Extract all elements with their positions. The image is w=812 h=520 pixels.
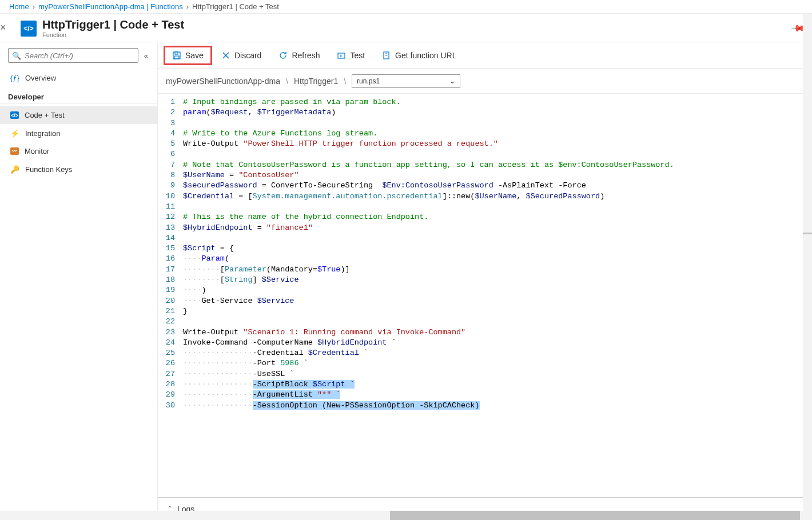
svg-rect-1 xyxy=(175,52,178,54)
path-segment-function: HttpTrigger1 xyxy=(294,77,338,86)
page-title: HttpTrigger1 | Code + Test xyxy=(42,18,184,31)
search-input[interactable]: 🔍 xyxy=(8,48,138,63)
breadcrumb: Home › myPowerShellFunctionApp-dma | Fun… xyxy=(0,0,812,14)
sidebar-item-label: Code + Test xyxy=(25,111,65,119)
sidebar-item-code-test[interactable]: </> Code + Test xyxy=(0,106,157,124)
svg-rect-2 xyxy=(174,56,179,59)
discard-button[interactable]: Discard xyxy=(213,46,269,65)
toolbar-label: Save xyxy=(185,51,204,60)
refresh-icon xyxy=(278,51,288,60)
main-panel: Save Discard Refresh Test Get function U… xyxy=(158,42,812,520)
test-button[interactable]: Test xyxy=(329,46,373,65)
sidebar-item-label: Function Keys xyxy=(25,165,72,174)
link-icon xyxy=(382,51,391,60)
line-number-gutter: 1234567891011121314151617181920212223242… xyxy=(158,97,183,497)
chevron-right-icon: › xyxy=(33,2,35,11)
key-icon: 🔑 xyxy=(10,165,19,174)
save-button[interactable]: Save xyxy=(164,46,212,65)
search-field[interactable] xyxy=(25,51,134,60)
sidebar-item-function-keys[interactable]: 🔑 Function Keys xyxy=(0,160,157,178)
overview-icon: {ƒ} xyxy=(10,73,19,82)
breadcrumb-current: HttpTrigger1 | Code + Test xyxy=(192,2,279,11)
sidebar: 🔍 « {ƒ} Overview Developer </> Code + Te… xyxy=(0,42,158,520)
close-icon[interactable]: × xyxy=(0,22,10,34)
path-segment-app: myPowerShellFunctionApp-dma xyxy=(166,77,280,86)
get-function-url-button[interactable]: Get function URL xyxy=(374,46,464,65)
lightning-icon: ⚡ xyxy=(10,129,19,138)
path-separator: \ xyxy=(286,77,288,86)
search-icon: 🔍 xyxy=(12,51,21,60)
sidebar-item-monitor[interactable]: 〰 Monitor xyxy=(0,142,157,160)
sidebar-item-label: Overview xyxy=(25,74,56,82)
refresh-button[interactable]: Refresh xyxy=(270,46,328,65)
vertical-scrollbar[interactable] xyxy=(803,14,812,511)
toolbar-label: Discard xyxy=(234,51,261,60)
sidebar-item-overview[interactable]: {ƒ} Overview xyxy=(0,69,157,87)
page-header: × </> HttpTrigger1 | Code + Test Functio… xyxy=(0,14,812,42)
breadcrumb-app[interactable]: myPowerShellFunctionApp-dma | Functions xyxy=(38,2,183,11)
collapse-sidebar-icon[interactable]: « xyxy=(143,50,149,61)
code-icon: </> xyxy=(10,111,19,119)
breadcrumb-home[interactable]: Home xyxy=(9,2,29,11)
horizontal-scrollbar[interactable] xyxy=(0,511,812,520)
file-selector[interactable]: run.ps1 ⌄ xyxy=(352,74,460,88)
file-path-bar: myPowerShellFunctionApp-dma \ HttpTrigge… xyxy=(158,69,812,94)
save-icon xyxy=(172,51,181,60)
toolbar-label: Refresh xyxy=(292,51,320,60)
sidebar-item-label: Integration xyxy=(25,129,60,138)
toolbar-label: Test xyxy=(350,51,365,60)
toolbar: Save Discard Refresh Test Get function U… xyxy=(158,42,812,69)
file-selector-value: run.ps1 xyxy=(357,77,380,85)
close-icon xyxy=(221,51,230,60)
monitor-icon: 〰 xyxy=(10,147,19,155)
path-separator: \ xyxy=(344,77,346,86)
scrollbar-thumb[interactable] xyxy=(803,233,812,234)
toolbar-label: Get function URL xyxy=(395,51,456,60)
test-icon xyxy=(337,51,346,60)
scrollbar-thumb[interactable] xyxy=(390,511,800,520)
chevron-down-icon: ⌄ xyxy=(449,77,455,85)
page-subtitle: Function xyxy=(42,31,184,38)
sidebar-item-label: Monitor xyxy=(25,147,49,155)
sidebar-item-integration[interactable]: ⚡ Integration xyxy=(0,124,157,142)
code-content[interactable]: # Input bindings are passed in via param… xyxy=(183,97,812,497)
code-editor[interactable]: 1234567891011121314151617181920212223242… xyxy=(158,94,812,497)
function-icon: </> xyxy=(21,21,37,37)
sidebar-section-developer: Developer xyxy=(0,87,157,104)
chevron-right-icon: › xyxy=(186,2,189,11)
